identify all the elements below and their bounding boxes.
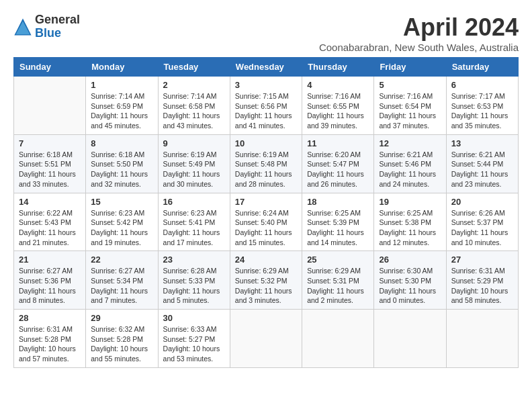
day-info-line: Sunrise: 7:14 AM <box>91 91 152 101</box>
day-number: 16 <box>163 197 225 207</box>
logo-icon <box>13 17 32 36</box>
day-info-line: Daylight: 11 hours <box>379 228 441 238</box>
day-info-line: Daylight: 11 hours <box>19 169 81 179</box>
calendar-cell: 17Sunrise: 6:24 AMSunset: 5:40 PMDayligh… <box>230 193 302 251</box>
day-info-line: Sunset: 5:47 PM <box>307 159 369 169</box>
calendar-cell: 29Sunrise: 6:32 AMSunset: 5:28 PMDayligh… <box>86 310 158 368</box>
day-info-line: Sunrise: 6:29 AM <box>235 266 297 276</box>
day-number: 17 <box>235 197 297 207</box>
day-info-line: and 15 minutes. <box>235 238 297 248</box>
day-info-line: Sunset: 5:38 PM <box>379 218 441 228</box>
svg-marker-1 <box>16 21 30 34</box>
day-info-line: Sunrise: 6:19 AM <box>235 150 297 160</box>
calendar-cell: 16Sunrise: 6:23 AMSunset: 5:41 PMDayligh… <box>158 193 230 251</box>
week-row-4: 28Sunrise: 6:31 AMSunset: 5:28 PMDayligh… <box>14 310 519 368</box>
month-title: April 2024 <box>319 13 519 42</box>
day-info-line: and 3 minutes. <box>235 295 297 306</box>
day-info-line: Sunset: 5:44 PM <box>451 159 513 169</box>
column-header-tuesday: Tuesday <box>158 58 230 77</box>
day-info-line: Daylight: 11 hours <box>451 111 513 121</box>
day-info-line: Sunset: 5:48 PM <box>235 159 297 169</box>
logo-general: General <box>35 13 80 27</box>
day-number: 30 <box>163 313 225 323</box>
day-info-line: Sunrise: 6:27 AM <box>91 266 152 276</box>
day-info-line: Daylight: 10 hours <box>91 344 152 354</box>
day-number: 27 <box>451 255 513 265</box>
day-info-line: and 2 minutes. <box>307 295 369 306</box>
day-info-line: Daylight: 11 hours <box>91 228 152 238</box>
day-info-line: Daylight: 11 hours <box>307 228 369 238</box>
day-number: 20 <box>451 197 513 207</box>
day-info-line: Sunset: 5:28 PM <box>19 334 81 345</box>
day-number: 4 <box>307 80 369 90</box>
calendar-cell <box>302 310 374 368</box>
day-number: 26 <box>379 255 441 265</box>
day-info-line: and 43 minutes. <box>163 121 225 131</box>
day-info-line: and 5 minutes. <box>163 295 225 306</box>
day-info-line: and 23 minutes. <box>451 179 513 189</box>
day-info-line: Sunrise: 6:23 AM <box>91 208 152 218</box>
day-info-line: Sunrise: 6:31 AM <box>19 324 81 334</box>
day-info-line: Sunrise: 7:15 AM <box>235 91 297 101</box>
day-info-line: Daylight: 11 hours <box>235 286 297 296</box>
day-info-line: and 53 minutes. <box>163 354 225 364</box>
day-info-line: Sunrise: 6:21 AM <box>379 150 441 160</box>
day-info-line: Daylight: 11 hours <box>163 169 225 179</box>
day-info-line: Sunrise: 7:17 AM <box>451 91 513 101</box>
day-number: 11 <box>307 138 369 148</box>
day-number: 6 <box>451 80 513 90</box>
day-info-line: and 0 minutes. <box>379 295 441 306</box>
page: General Blue April 2024 Coonabarabran, N… <box>0 0 532 375</box>
day-info-line: and 45 minutes. <box>91 121 152 131</box>
day-info-line: Daylight: 11 hours <box>379 286 441 296</box>
calendar-cell: 5Sunrise: 7:16 AMSunset: 6:54 PMDaylight… <box>374 77 446 135</box>
column-header-monday: Monday <box>86 58 158 77</box>
column-header-wednesday: Wednesday <box>230 58 302 77</box>
day-info-line: Daylight: 10 hours <box>163 344 225 354</box>
day-info-line: and 39 minutes. <box>307 121 369 131</box>
calendar-cell: 11Sunrise: 6:20 AMSunset: 5:47 PMDayligh… <box>302 134 374 193</box>
day-number: 2 <box>163 80 225 90</box>
calendar-cell: 24Sunrise: 6:29 AMSunset: 5:32 PMDayligh… <box>230 251 302 310</box>
day-info-line: and 14 minutes. <box>307 238 369 248</box>
day-info-line: Sunrise: 7:16 AM <box>307 91 369 101</box>
logo-text: General Blue <box>35 13 80 40</box>
day-info-line: Sunrise: 6:27 AM <box>19 266 81 276</box>
calendar-cell: 28Sunrise: 6:31 AMSunset: 5:28 PMDayligh… <box>14 310 86 368</box>
day-info-line: and 10 minutes. <box>451 238 513 248</box>
day-info-line: Sunset: 5:40 PM <box>235 218 297 228</box>
header: General Blue April 2024 Coonabarabran, N… <box>13 13 519 53</box>
calendar-cell: 30Sunrise: 6:33 AMSunset: 5:27 PMDayligh… <box>158 310 230 368</box>
day-number: 3 <box>235 80 297 90</box>
day-info-line: Daylight: 11 hours <box>163 286 225 296</box>
day-info-line: Daylight: 11 hours <box>307 169 369 179</box>
day-number: 22 <box>91 255 152 265</box>
column-header-friday: Friday <box>374 58 446 77</box>
day-info-line: and 8 minutes. <box>19 295 81 306</box>
calendar-table: SundayMondayTuesdayWednesdayThursdayFrid… <box>13 57 519 368</box>
calendar-cell <box>374 310 446 368</box>
day-info-line: Sunrise: 6:23 AM <box>163 208 225 218</box>
day-info-line: Daylight: 11 hours <box>235 111 297 121</box>
day-info-line: Sunset: 6:59 PM <box>91 101 152 111</box>
day-info-line: Sunset: 5:41 PM <box>163 218 225 228</box>
calendar-cell: 20Sunrise: 6:26 AMSunset: 5:37 PMDayligh… <box>446 193 518 251</box>
day-info-line: Sunset: 5:36 PM <box>19 276 81 286</box>
day-info-line: and 17 minutes. <box>163 238 225 248</box>
day-info-line: Daylight: 11 hours <box>379 111 441 121</box>
day-info-line: and 55 minutes. <box>91 354 152 364</box>
calendar-cell: 10Sunrise: 6:19 AMSunset: 5:48 PMDayligh… <box>230 134 302 193</box>
week-row-3: 21Sunrise: 6:27 AMSunset: 5:36 PMDayligh… <box>14 251 519 310</box>
day-info-line: Sunset: 5:27 PM <box>163 334 225 345</box>
day-info-line: Sunrise: 6:18 AM <box>91 150 152 160</box>
day-info-line: Sunset: 6:58 PM <box>163 101 225 111</box>
calendar-cell <box>14 77 86 135</box>
day-info-line: and 19 minutes. <box>91 238 152 248</box>
day-info-line: Sunrise: 6:24 AM <box>235 208 297 218</box>
calendar-cell: 12Sunrise: 6:21 AMSunset: 5:46 PMDayligh… <box>374 134 446 193</box>
day-info-line: Daylight: 10 hours <box>451 286 513 296</box>
day-number: 25 <box>307 255 369 265</box>
day-info-line: Sunset: 5:43 PM <box>19 218 81 228</box>
day-info-line: Sunrise: 6:25 AM <box>379 208 441 218</box>
calendar-cell <box>230 310 302 368</box>
